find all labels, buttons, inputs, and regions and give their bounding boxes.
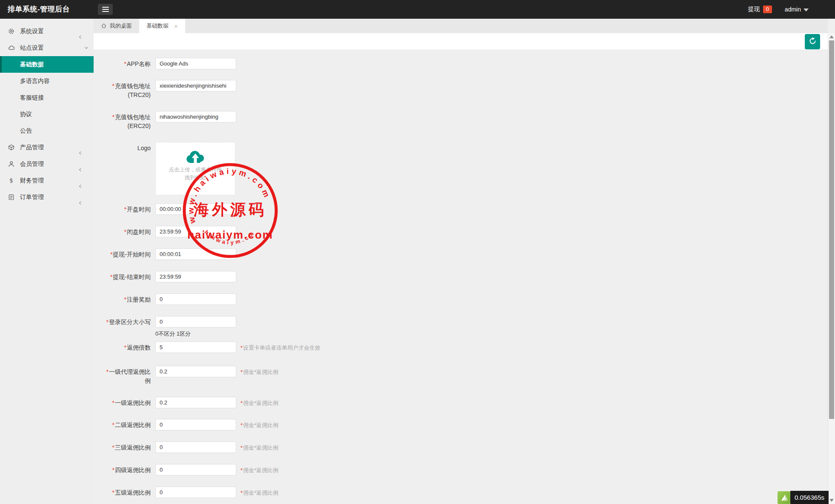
level1-agent-rebate-ratio-input[interactable] bbox=[155, 366, 236, 377]
field-label: *二级返佣比例 bbox=[100, 421, 151, 430]
svg-text:$: $ bbox=[9, 177, 13, 184]
field-label: *闭盘时间 bbox=[100, 228, 151, 236]
tab-basic-data[interactable]: 基础数据 × bbox=[139, 19, 185, 33]
scrollbar-thumb[interactable] bbox=[829, 40, 834, 419]
field-label: *四级返佣比例 bbox=[100, 466, 151, 475]
sidebar-item-customer-service-link[interactable]: 客服链接 bbox=[0, 89, 94, 106]
withdraw-link[interactable]: 提现 0 bbox=[748, 6, 772, 13]
upload-hint-line1: 点击上传，或将文件拖 bbox=[156, 166, 235, 174]
scroll-down-arrow-icon[interactable] bbox=[829, 499, 834, 502]
form-row-level1-rebate-ratio: *一级返佣比例*佣金*返佣比例 bbox=[94, 397, 477, 410]
cloud-upload-icon bbox=[186, 158, 205, 165]
register-reward-input[interactable] bbox=[155, 293, 236, 305]
user-menu[interactable]: admin bbox=[785, 6, 809, 13]
sidebar-item-announcement[interactable]: 公告 bbox=[0, 122, 94, 139]
caret-down-icon bbox=[804, 9, 809, 11]
withdraw-start-time-input[interactable] bbox=[155, 248, 236, 260]
vertical-scrollbar[interactable] bbox=[828, 33, 835, 504]
chevron-left-icon bbox=[78, 162, 83, 166]
field-label: *开盘时间 bbox=[100, 205, 151, 214]
trc20-wallet-address-input[interactable] bbox=[155, 80, 236, 91]
form-row-open-time: *开盘时间 bbox=[94, 203, 477, 217]
required-mark: * bbox=[112, 114, 114, 120]
required-mark: * bbox=[112, 399, 114, 406]
form-row-withdraw-end-time: *提现-结束时间 bbox=[94, 271, 477, 285]
close-tab-icon[interactable]: × bbox=[174, 23, 178, 30]
field-hint: *佣金*返佣比例 bbox=[240, 368, 278, 376]
tab-bar: 我的桌面 基础数据 × bbox=[94, 19, 828, 33]
sidebar-item-member-management[interactable]: 会员管理 bbox=[0, 156, 94, 172]
menu-toggle-button[interactable] bbox=[98, 4, 113, 15]
required-mark: * bbox=[112, 489, 114, 496]
chevron-left-icon bbox=[78, 195, 83, 199]
sidebar-item-label: 订单管理 bbox=[20, 189, 44, 205]
field-hint: *佣金*返佣比例 bbox=[240, 421, 278, 429]
field-label: *注册奖励 bbox=[100, 295, 151, 304]
sidebar-item-multi-language[interactable]: 多语言内容 bbox=[0, 73, 94, 89]
level4-rebate-ratio-input[interactable] bbox=[155, 464, 236, 476]
required-mark: * bbox=[106, 368, 109, 375]
open-time-input[interactable] bbox=[155, 203, 236, 215]
rebate-multiplier-input[interactable] bbox=[155, 342, 236, 353]
sidebar-item-basic-data[interactable]: 基础数据 bbox=[0, 56, 94, 73]
app-name-input[interactable] bbox=[155, 58, 236, 69]
logo-upload-dropzone[interactable]: 点击上传，或将文件拖拽到此处 bbox=[155, 142, 235, 195]
thinkphp-logo-icon bbox=[778, 491, 790, 504]
field-subhint: 0不区分 1区分 bbox=[155, 330, 191, 338]
required-mark: * bbox=[124, 344, 126, 351]
required-mark: * bbox=[112, 83, 114, 89]
form-row-level2-rebate-ratio: *二级返佣比例*佣金*返佣比例 bbox=[94, 419, 477, 433]
sidebar-item-finance-management[interactable]: $财务管理 bbox=[0, 172, 94, 189]
home-icon bbox=[101, 23, 107, 30]
page-render-time: 0.056365s bbox=[790, 491, 829, 504]
basic-data-form: *APP名称*充值钱包地址(TRC20)*充值钱包地址(ERC20)Logo点击… bbox=[94, 50, 828, 504]
sidebar-item-site-settings[interactable]: 站点设置 bbox=[0, 40, 94, 56]
form-row-login-case-sensitive: *登录区分大小写0不区分 1区分 bbox=[94, 316, 477, 330]
required-mark: * bbox=[112, 444, 114, 451]
close-time-input[interactable] bbox=[155, 226, 236, 237]
sidebar-item-label: 公告 bbox=[20, 122, 32, 139]
sidebar-item-label: 多语言内容 bbox=[20, 73, 50, 89]
tab-label: 我的桌面 bbox=[110, 22, 132, 30]
tab-my-desktop[interactable]: 我的桌面 bbox=[94, 19, 139, 33]
tab-label: 基础数据 bbox=[146, 22, 169, 30]
gear-icon bbox=[8, 28, 14, 34]
form-row-withdraw-start-time: *提现-开始时间 bbox=[94, 248, 477, 262]
field-hint: *佣金*返佣比例 bbox=[240, 467, 278, 474]
sidebar-item-order-management[interactable]: 订单管理 bbox=[0, 189, 94, 205]
form-row-level4-rebate-ratio: *四级返佣比例*佣金*返佣比例 bbox=[94, 464, 477, 478]
product-icon bbox=[8, 144, 14, 151]
field-label: *一级代理返佣比例 bbox=[100, 367, 151, 385]
level5-rebate-ratio-input[interactable] bbox=[155, 487, 236, 498]
form-row-rebate-multiplier: *返佣倍数*设置卡单或者连单用户才会生效 bbox=[94, 342, 477, 355]
withdraw-label: 提现 bbox=[748, 6, 760, 13]
level2-rebate-ratio-input[interactable] bbox=[155, 419, 236, 430]
withdraw-end-time-input[interactable] bbox=[155, 271, 236, 282]
required-mark: * bbox=[112, 467, 114, 473]
scroll-up-arrow-icon[interactable] bbox=[829, 35, 834, 38]
sidebar-item-agreement[interactable]: 协议 bbox=[0, 106, 94, 122]
sidebar-item-product-management[interactable]: 产品管理 bbox=[0, 139, 94, 156]
sidebar-item-label: 系统设置 bbox=[20, 23, 44, 40]
site-icon bbox=[8, 45, 14, 51]
erc20-wallet-address-input[interactable] bbox=[155, 111, 236, 122]
form-row-level1-agent-rebate-ratio: *一级代理返佣比例*佣金*返佣比例 bbox=[94, 366, 477, 379]
username: admin bbox=[785, 6, 801, 13]
topbar-right: 提现 0 admin bbox=[748, 0, 809, 19]
sidebar-item-system-settings[interactable]: 系统设置 bbox=[0, 23, 94, 40]
sidebar: 系统设置站点设置基础数据多语言内容客服链接协议公告产品管理会员管理$财务管理订单… bbox=[0, 19, 94, 504]
level1-rebate-ratio-input[interactable] bbox=[155, 397, 236, 408]
sidebar-item-label: 财务管理 bbox=[20, 172, 44, 189]
required-mark: * bbox=[106, 319, 109, 325]
sidebar-item-label: 基础数据 bbox=[20, 56, 44, 73]
sidebar-item-label: 会员管理 bbox=[20, 156, 44, 172]
sidebar-item-label: 站点设置 bbox=[20, 40, 44, 56]
field-label: *充值钱包地址(ERC20) bbox=[100, 113, 151, 131]
form-row-level3-rebate-ratio: *三级返佣比例*佣金*返佣比例 bbox=[94, 441, 477, 455]
login-case-sensitive-input[interactable] bbox=[155, 316, 236, 327]
chevron-left-icon bbox=[78, 29, 83, 33]
level3-rebate-ratio-input[interactable] bbox=[155, 441, 236, 453]
member-icon bbox=[8, 161, 14, 167]
sidebar-item-label: 产品管理 bbox=[20, 139, 44, 156]
refresh-button[interactable] bbox=[805, 34, 820, 49]
